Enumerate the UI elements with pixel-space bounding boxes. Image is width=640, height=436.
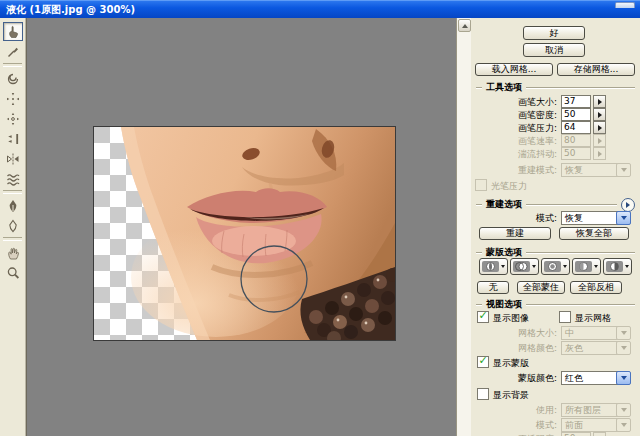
- show-mask-checkbox[interactable]: 显示蒙版: [477, 356, 529, 368]
- chevron-down-icon: [621, 331, 627, 335]
- reconstruct-button[interactable]: 重建: [479, 227, 551, 240]
- turbulent-jitter-row: 湍流抖动: 50: [471, 147, 640, 160]
- panel-scrollbar[interactable]: [456, 18, 471, 436]
- cancel-button[interactable]: 取消: [523, 43, 585, 57]
- brush-density-input[interactable]: 50: [561, 108, 591, 121]
- checkbox-box: [477, 388, 489, 400]
- show-mesh-label: 显示网格: [575, 313, 611, 323]
- mask-options-header: 蒙版选项: [476, 247, 635, 258]
- title-bar[interactable]: 液化 (1原图.jpg @ 300%): [0, 0, 640, 18]
- tool-twirl-clockwise[interactable]: [3, 69, 23, 88]
- save-mesh-button[interactable]: 存储网格...: [557, 63, 635, 76]
- dropdown-arrow-icon: [625, 265, 629, 268]
- reconstruct-mode-dropdown-button: [616, 163, 631, 177]
- right-arrow-icon: [626, 202, 630, 208]
- bloat-icon: [6, 112, 20, 126]
- mesh-size-row: 网格大小: 中: [471, 326, 640, 339]
- brush-pressure-spinner[interactable]: [593, 121, 606, 134]
- spinner-arrow-icon: [598, 138, 602, 144]
- tool-mirror[interactable]: [3, 149, 23, 168]
- tool-reconstruct[interactable]: [3, 42, 23, 61]
- chevron-down-icon: [621, 423, 627, 427]
- brush-size-spinner[interactable]: [593, 95, 606, 108]
- show-backdrop-checkbox[interactable]: 显示背景: [477, 388, 529, 400]
- mask-subtract-button[interactable]: [541, 258, 570, 275]
- mask-color-row: 蒙版颜色: 红色: [471, 371, 640, 384]
- tool-push-left[interactable]: [3, 129, 23, 148]
- load-mesh-button[interactable]: 载入网格...: [475, 63, 553, 76]
- tool-bloat[interactable]: [3, 109, 23, 128]
- restore-all-button[interactable]: 恢复全部: [559, 227, 629, 240]
- mask-color-select[interactable]: 红色: [561, 371, 620, 385]
- reconstruct-mode-label: 重建模式:: [471, 164, 557, 177]
- panel-menu-button[interactable]: [621, 198, 635, 212]
- tool-hand[interactable]: [3, 243, 23, 262]
- scroll-up-button[interactable]: [458, 19, 471, 32]
- mask-none-button[interactable]: 无: [477, 281, 509, 294]
- mesh-color-select: 灰色: [561, 341, 620, 355]
- tool-options-title: 工具选项: [482, 81, 526, 94]
- backdrop-mode-dropdown-button: [616, 418, 631, 432]
- tool-forward-warp[interactable]: [3, 22, 23, 41]
- opacity-spinner: [593, 432, 606, 436]
- mask-all-button[interactable]: 全部蒙住: [517, 281, 565, 294]
- ok-button[interactable]: 好: [523, 26, 585, 40]
- preview-image[interactable]: [93, 126, 396, 341]
- tool-zoom[interactable]: [3, 263, 23, 282]
- dropdown-arrow-icon: [501, 265, 505, 268]
- mask-color-label: 蒙版颜色:: [471, 372, 557, 385]
- show-image-checkbox[interactable]: 显示图像: [477, 311, 529, 323]
- push-left-icon: [6, 132, 20, 146]
- mesh-color-dropdown-button: [616, 341, 631, 355]
- dropdown-arrow-icon: [532, 265, 536, 268]
- close-button-partial[interactable]: [615, 2, 635, 8]
- brush-size-input[interactable]: 37: [561, 95, 591, 108]
- tool-thaw-mask[interactable]: [3, 216, 23, 235]
- hand-icon: [6, 246, 20, 260]
- mask-replace-button[interactable]: [479, 258, 508, 275]
- up-arrow-icon: [462, 24, 468, 28]
- invert-all-button[interactable]: 全部反相: [570, 281, 622, 294]
- use-dropdown-button: [616, 403, 631, 417]
- mode-label: 模式:: [471, 212, 557, 225]
- tool-pucker[interactable]: [3, 89, 23, 108]
- turbulence-icon: [6, 172, 20, 186]
- reconstruct-mode-select-row: 模式: 恢复: [471, 211, 640, 224]
- mask-add-button[interactable]: [510, 258, 539, 275]
- checkbox-box: [559, 311, 571, 323]
- stylus-pressure-label: 光笔压力: [491, 181, 527, 191]
- liquify-dialog: 液化 (1原图.jpg @ 300%): [0, 0, 640, 436]
- mask-replace-icon: [482, 261, 499, 272]
- mirror-icon: [6, 152, 20, 166]
- face-photo: [94, 127, 395, 340]
- show-mesh-checkbox[interactable]: 显示网格: [559, 311, 611, 323]
- tool-freeze-mask[interactable]: [3, 196, 23, 215]
- brush-pressure-input[interactable]: 64: [561, 121, 591, 134]
- brush-density-spinner[interactable]: [593, 108, 606, 121]
- turbulent-jitter-input: 50: [561, 147, 591, 160]
- mode-dropdown-button[interactable]: [616, 211, 631, 225]
- mode-select[interactable]: 恢复: [561, 211, 620, 225]
- turbulent-jitter-spinner: [593, 147, 606, 160]
- backdrop-mode-label: 模式:: [471, 419, 557, 432]
- view-options-title: 视图选项: [482, 298, 526, 311]
- opacity-row: 不透明度: 50: [471, 432, 640, 436]
- mask-color-dropdown-button[interactable]: [616, 371, 631, 385]
- reconstruct-options-title: 重建选项: [482, 198, 526, 211]
- tool-turbulence[interactable]: [3, 169, 23, 188]
- use-row: 使用: 所有图层: [471, 403, 640, 416]
- reconstruct-options-header: 重建选项: [476, 199, 635, 210]
- mask-intersect-button[interactable]: [572, 258, 601, 275]
- stylus-pressure-checkbox: 光笔压力: [475, 179, 527, 191]
- toolbar-separator: [3, 237, 22, 241]
- chevron-down-icon: [621, 376, 627, 380]
- spinner-arrow-icon: [598, 125, 602, 131]
- mesh-color-row: 网格颜色: 灰色: [471, 341, 640, 354]
- mask-invert-icon: [606, 261, 623, 272]
- canvas-area: [26, 18, 456, 436]
- thaw-mask-icon: [6, 219, 20, 233]
- chevron-down-icon: [621, 168, 627, 172]
- backdrop-mode-select: 前面: [561, 418, 620, 432]
- brush-rate-spinner: [593, 134, 606, 147]
- mask-invert-button[interactable]: [603, 258, 632, 275]
